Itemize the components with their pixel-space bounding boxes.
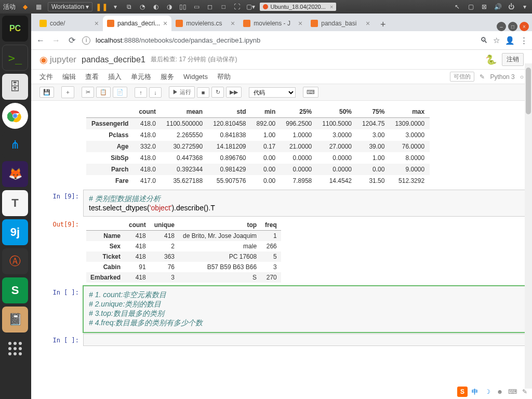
tray-settings-icon[interactable]: ✎ bbox=[520, 387, 530, 397]
workstation-dropdown[interactable]: Workstation ▾ bbox=[48, 2, 92, 11]
vm-icon-3[interactable]: ◐ bbox=[152, 3, 160, 11]
close-icon[interactable]: × bbox=[231, 19, 235, 28]
sogou-ime-icon[interactable]: S bbox=[457, 387, 468, 397]
minimize-button[interactable]: – bbox=[497, 22, 506, 31]
power-icon[interactable]: ⏻ bbox=[507, 3, 515, 11]
browser-menu-icon[interactable]: ⋮ bbox=[520, 36, 528, 45]
close-icon[interactable]: × bbox=[163, 19, 167, 28]
layout-icon[interactable]: ▦ bbox=[34, 3, 43, 11]
interrupt-button[interactable]: ■ bbox=[197, 87, 209, 98]
edit-icon[interactable]: ✎ bbox=[480, 73, 485, 81]
command-palette-button[interactable]: ⌨ bbox=[303, 87, 318, 98]
menu-file[interactable]: 文件 bbox=[39, 72, 53, 82]
cut-button[interactable]: ✂ bbox=[82, 87, 94, 98]
scrollbar-thumb[interactable] bbox=[526, 68, 531, 114]
launcher-text-editor[interactable]: T bbox=[2, 190, 28, 216]
close-icon[interactable]: × bbox=[95, 19, 99, 28]
browser-tab[interactable]: pandas_basi× bbox=[307, 16, 374, 31]
code-input[interactable]: # 1. count:非空元素数目 # 2.unique:类别的数目 # 3.t… bbox=[83, 286, 527, 332]
browser-tab[interactable]: movielens.cs× bbox=[171, 16, 239, 31]
back-button[interactable]: ← bbox=[35, 36, 46, 45]
launcher-firefox[interactable]: 🦊 bbox=[2, 161, 28, 187]
sys-menu-icon[interactable]: ▾ bbox=[521, 3, 529, 11]
pause-icon[interactable]: ❚❚ bbox=[98, 3, 106, 11]
vmware-icon[interactable]: ◆ bbox=[21, 3, 29, 11]
reload-button[interactable]: ⟳ bbox=[66, 35, 77, 45]
move-down-button[interactable]: ↓ bbox=[149, 87, 162, 98]
close-sys-icon[interactable]: ⊠ bbox=[480, 3, 488, 11]
vm-icon-2[interactable]: ◔ bbox=[138, 3, 147, 11]
launcher-software-updates[interactable]: Ⓐ bbox=[2, 248, 28, 274]
launcher-vscode[interactable]: ⋔ bbox=[2, 132, 28, 158]
fullscreen-icon[interactable]: ⛶ bbox=[233, 3, 241, 11]
launcher-show-apps[interactable] bbox=[2, 336, 28, 362]
panel-icon-2[interactable]: ▭ bbox=[192, 3, 201, 11]
copy-button[interactable]: 📋 bbox=[96, 87, 111, 98]
forward-button[interactable]: → bbox=[51, 36, 61, 45]
save-button[interactable]: 💾 bbox=[39, 87, 54, 98]
profile-icon[interactable]: 👤 bbox=[505, 36, 515, 45]
tray-emoji-icon[interactable]: ☻ bbox=[495, 387, 505, 397]
menu-insert[interactable]: 插入 bbox=[108, 72, 122, 82]
view-mode-icon[interactable]: ▢▾ bbox=[246, 3, 255, 11]
panel-icon-1[interactable]: ▯▯ bbox=[179, 3, 187, 11]
snapshot-icon[interactable]: ▾ bbox=[111, 3, 119, 11]
vm-icon-4[interactable]: ◑ bbox=[165, 3, 174, 11]
menu-edit[interactable]: 编辑 bbox=[62, 72, 76, 82]
close-button[interactable]: × bbox=[520, 22, 529, 31]
bookmark-icon[interactable]: ☆ bbox=[493, 36, 500, 45]
launcher-pycharm[interactable]: PC bbox=[2, 16, 28, 42]
browser-tab[interactable]: code/× bbox=[35, 16, 103, 31]
page-scrollbar[interactable] bbox=[525, 63, 532, 389]
ime-zh-icon[interactable]: 中 bbox=[470, 387, 480, 397]
window-icon[interactable]: ▢ bbox=[467, 3, 475, 11]
system-menubar: 活动 ◆ ▦ Workstation ▾ ❚❚ ▾ ⧉ ◔ ◐ ◑ ▯▯ ▭ ◻… bbox=[0, 0, 532, 14]
vm-tab-ubuntu[interactable]: Ubuntu_18.04(2020...× bbox=[260, 3, 336, 11]
activities-label[interactable]: 活动 bbox=[3, 3, 16, 11]
launcher-notes[interactable]: 📓 bbox=[2, 307, 28, 332]
cell-type-select[interactable]: 代码 bbox=[249, 87, 296, 98]
maximize-button[interactable]: □ bbox=[508, 22, 517, 31]
launcher-chrome[interactable] bbox=[2, 103, 28, 129]
close-icon[interactable]: × bbox=[298, 19, 302, 28]
panel-icon-4[interactable]: □ bbox=[219, 3, 228, 11]
volume-icon[interactable]: 🔊 bbox=[494, 3, 502, 11]
code-cell[interactable]: In [ ]: bbox=[36, 334, 527, 346]
site-info-icon[interactable]: i bbox=[82, 36, 90, 45]
browser-tab[interactable]: movielens - J× bbox=[239, 16, 307, 31]
menu-widgets[interactable]: Widgets bbox=[183, 73, 208, 81]
move-up-button[interactable]: ↑ bbox=[135, 87, 147, 98]
browser-tab[interactable]: pandas_decri...× bbox=[103, 16, 171, 31]
panel-icon-3[interactable]: ◻ bbox=[206, 3, 214, 11]
tray-keyboard-icon[interactable]: ⌨ bbox=[507, 387, 517, 397]
notebook-title[interactable]: pandas_decribe1 bbox=[82, 55, 145, 64]
add-cell-button[interactable]: ＋ bbox=[61, 86, 74, 98]
close-icon[interactable]: × bbox=[366, 19, 370, 28]
trusted-badge[interactable]: 可信的 bbox=[450, 72, 474, 82]
jupyter-toolbar: 💾 ＋ ✂ 📋 📄 ↑ ↓ ▶ 运行 ■ ↻ ▶▶ 代码 ⌨ bbox=[31, 84, 532, 101]
search-icon[interactable]: 🔍︎ bbox=[480, 36, 488, 45]
launcher-terminal[interactable]: >_ bbox=[2, 45, 28, 71]
tray-moon-icon[interactable]: ☽ bbox=[482, 387, 493, 397]
vm-icon-1[interactable]: ⧉ bbox=[125, 3, 133, 11]
url-text[interactable]: localhost:8888/notebooks/code/pandas_dec… bbox=[96, 36, 475, 44]
logout-button[interactable]: 注销 bbox=[502, 53, 524, 66]
launcher-goldendict[interactable]: 9j bbox=[2, 219, 28, 245]
menu-kernel[interactable]: 服务 bbox=[161, 72, 174, 82]
paste-button[interactable]: 📄 bbox=[113, 87, 127, 98]
menu-cell[interactable]: 单元格 bbox=[131, 72, 151, 82]
code-input[interactable] bbox=[83, 334, 527, 346]
new-tab-button[interactable]: + bbox=[376, 18, 390, 31]
menu-help[interactable]: 帮助 bbox=[217, 72, 231, 82]
code-input[interactable]: # 类别型数据描述分析 test.select_dtypes('object')… bbox=[83, 190, 527, 217]
menu-view[interactable]: 查看 bbox=[85, 72, 99, 82]
launcher-files[interactable]: 🗄 bbox=[2, 74, 28, 100]
restart-run-all-button[interactable]: ▶▶ bbox=[226, 87, 242, 98]
kernel-name[interactable]: Python 3 bbox=[490, 73, 514, 81]
code-cell[interactable]: In [9]: # 类别型数据描述分析 test.select_dtypes('… bbox=[36, 190, 527, 217]
run-button[interactable]: ▶ 运行 bbox=[169, 86, 195, 98]
launcher-wps[interactable]: S bbox=[2, 277, 28, 303]
restart-button[interactable]: ↻ bbox=[211, 87, 224, 98]
jupyter-logo[interactable]: ◉jupyter bbox=[39, 54, 76, 65]
code-cell-selected[interactable]: In [ ]: # 1. count:非空元素数目 # 2.unique:类别的… bbox=[36, 286, 527, 332]
